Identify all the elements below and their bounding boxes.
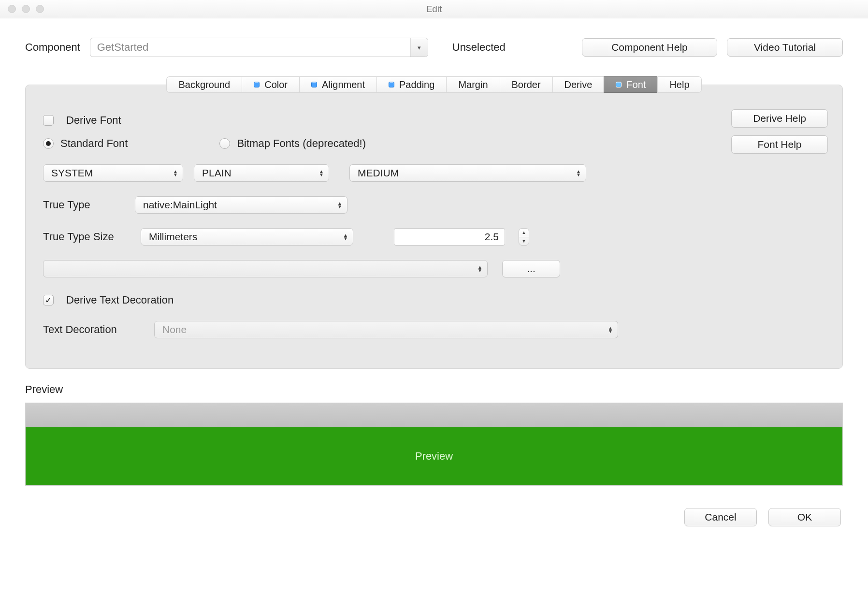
component-dropdown-button[interactable]: ▾ <box>410 38 428 57</box>
stepper-down-icon[interactable]: ▼ <box>519 237 529 246</box>
text-decoration-row: Text Decoration None ▲▼ <box>43 321 828 338</box>
tab-border[interactable]: Border <box>500 76 552 93</box>
derive-font-label: Derive Font <box>66 114 121 127</box>
font-size-select[interactable]: MEDIUM ▲▼ <box>349 164 586 182</box>
updown-icon: ▲▼ <box>343 233 348 240</box>
unselected-label: Unselected <box>452 41 506 54</box>
derive-text-decoration-row: ✓ Derive Text Decoration <box>43 294 828 306</box>
titlebar: Edit <box>0 0 868 18</box>
true-type-size-value[interactable]: 2.5 <box>394 228 505 246</box>
component-combo[interactable]: ▾ <box>90 38 428 57</box>
tab-label: Border <box>512 79 541 90</box>
tab-padding[interactable]: Padding <box>376 76 446 93</box>
tab-label: Help <box>669 79 689 90</box>
true-type-size-unit-select[interactable]: Millimeters ▲▼ <box>141 228 353 246</box>
true-type-size-label: True Type Size <box>43 231 130 243</box>
preview-section-label: Preview <box>25 383 843 396</box>
text-decoration-select: None ▲▼ <box>154 321 618 338</box>
tab-indicator-icon <box>311 82 317 87</box>
tab-margin[interactable]: Margin <box>446 76 499 93</box>
true-type-size-row: True Type Size Millimeters ▲▼ 2.5 ▲ ▼ <box>43 228 828 246</box>
tab-alignment[interactable]: Alignment <box>299 76 376 93</box>
preview-section: Preview Preview <box>25 383 843 486</box>
video-tutorial-button[interactable]: Video Tutorial <box>727 38 843 57</box>
ok-button[interactable]: OK <box>768 508 841 526</box>
tab-indicator-icon <box>254 82 260 87</box>
tab-label: Background <box>178 79 230 90</box>
preview-body: Preview <box>26 427 842 485</box>
tab-indicator-icon <box>616 82 622 87</box>
font-panel: Derive Help Font Help Derive Font Standa… <box>25 85 843 369</box>
system-font-selects-row: SYSTEM ▲▼ PLAIN ▲▼ MEDIUM ▲▼ <box>43 164 828 182</box>
updown-icon: ▲▼ <box>173 170 178 176</box>
font-file-select[interactable]: ▲▼ <box>43 260 488 277</box>
tab-label: Color <box>264 79 288 90</box>
window-title: Edit <box>0 4 868 14</box>
component-row: Component ▾ Unselected Component Help Vi… <box>25 38 843 57</box>
tab-label: Font <box>626 79 646 90</box>
dialog-footer: Cancel OK <box>25 508 843 526</box>
tab-label: Margin <box>458 79 488 90</box>
tab-color[interactable]: Color <box>242 76 299 93</box>
standard-font-radio[interactable] <box>43 138 54 149</box>
bitmap-fonts-radio[interactable] <box>219 138 230 149</box>
tab-derive[interactable]: Derive <box>552 76 604 93</box>
font-style-select[interactable]: PLAIN ▲▼ <box>194 164 329 182</box>
tab-label: Padding <box>399 79 434 90</box>
text-decoration-label: Text Decoration <box>43 323 140 336</box>
tab-indicator-icon <box>389 82 394 87</box>
tab-label: Alignment <box>322 79 365 90</box>
true-type-select[interactable]: native:MainLight ▲▼ <box>135 196 347 214</box>
font-file-browse-button[interactable]: ... <box>502 260 560 277</box>
edit-window: Edit Component ▾ Unselected Component He… <box>0 0 868 609</box>
font-family-select[interactable]: SYSTEM ▲▼ <box>43 164 183 182</box>
standard-font-label: Standard Font <box>60 137 128 150</box>
tabbar: BackgroundColorAlignmentPaddingMarginBor… <box>166 76 701 93</box>
preview-header-bar <box>26 403 842 427</box>
cancel-button[interactable]: Cancel <box>684 508 757 526</box>
component-input[interactable] <box>90 41 410 54</box>
updown-icon: ▲▼ <box>608 326 613 333</box>
font-mode-row: Standard Font Bitmap Fonts (deprecated!) <box>43 137 828 150</box>
derive-text-decoration-label: Derive Text Decoration <box>66 294 174 306</box>
updown-icon: ▲▼ <box>477 265 482 272</box>
help-buttons: Derive Help Font Help <box>731 109 828 154</box>
updown-icon: ▲▼ <box>337 202 342 208</box>
preview-text: Preview <box>415 450 453 463</box>
derive-text-decoration-checkbox[interactable]: ✓ <box>43 295 54 305</box>
component-label: Component <box>25 41 80 54</box>
tab-background[interactable]: Background <box>166 76 242 93</box>
derive-font-checkbox[interactable] <box>43 115 54 126</box>
tab-font[interactable]: Font <box>604 76 657 93</box>
chevron-down-icon: ▾ <box>418 44 421 51</box>
updown-icon: ▲▼ <box>319 170 324 176</box>
derive-font-row: Derive Font <box>43 114 828 127</box>
true-type-row: True Type native:MainLight ▲▼ <box>43 196 828 214</box>
true-type-label: True Type <box>43 199 111 211</box>
bitmap-fonts-label: Bitmap Fonts (deprecated!) <box>237 137 366 150</box>
stepper-up-icon[interactable]: ▲ <box>519 229 529 237</box>
component-help-button[interactable]: Component Help <box>582 38 717 57</box>
tab-help[interactable]: Help <box>657 76 701 93</box>
font-help-button[interactable]: Font Help <box>731 135 828 154</box>
true-type-size-stepper[interactable]: ▲ ▼ <box>519 228 529 246</box>
preview-box: Preview <box>25 403 843 486</box>
font-file-row: ▲▼ ... <box>43 260 828 277</box>
content-area: Component ▾ Unselected Component Help Vi… <box>0 18 868 609</box>
tab-label: Derive <box>564 79 593 90</box>
derive-help-button[interactable]: Derive Help <box>731 109 828 128</box>
updown-icon: ▲▼ <box>576 170 581 176</box>
